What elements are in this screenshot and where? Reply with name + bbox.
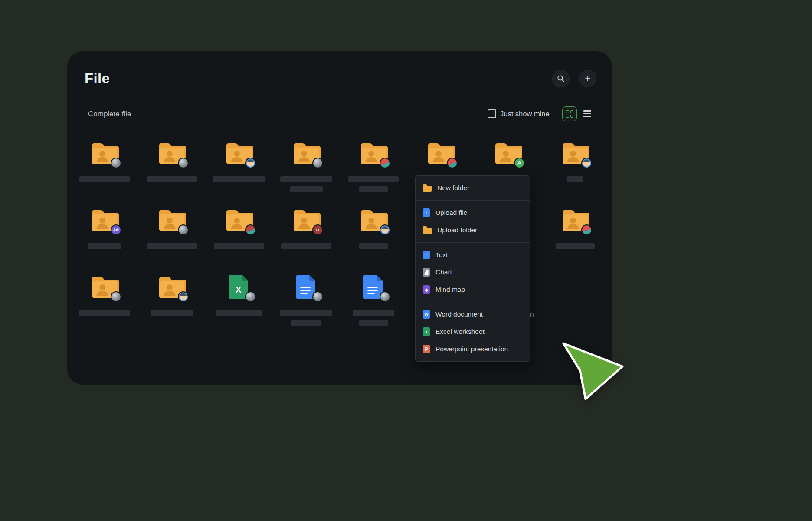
- just-show-mine-checkbox[interactable]: [488, 109, 496, 118]
- mind-map-icon: ◈: [423, 285, 430, 294]
- menu-item-upload-file[interactable]: ↑Upload file: [416, 204, 530, 221]
- name-placeholder-bar: [281, 243, 331, 249]
- add-button[interactable]: +: [579, 70, 596, 87]
- name-placeholder-bar: [348, 176, 399, 182]
- chart-doc-icon: ▟: [423, 268, 430, 277]
- name-placeholder-bar: [213, 176, 265, 182]
- folder-item[interactable]: [205, 203, 272, 270]
- search-button[interactable]: [552, 70, 570, 87]
- word-icon: W: [423, 310, 430, 319]
- svg-text:X: X: [236, 285, 242, 294]
- menu-item-word-document[interactable]: WWord document: [416, 306, 530, 323]
- upload-folder-icon: [423, 228, 432, 234]
- folder-item[interactable]: [272, 136, 340, 203]
- upload-file-icon: ↑: [423, 208, 430, 217]
- menu-item-label: Excel worksheet: [435, 328, 485, 336]
- doc-item[interactable]: [340, 270, 407, 337]
- excel-item[interactable]: X: [205, 270, 272, 337]
- folder-item[interactable]: [138, 203, 205, 270]
- avatar-badge: [447, 158, 458, 168]
- folder-item[interactable]: 志程: [71, 203, 138, 270]
- name-placeholder-bar: [280, 176, 332, 182]
- name-placeholder-bar: [214, 243, 264, 249]
- name-placeholder-bar: [353, 310, 394, 316]
- powerpoint-icon: P: [423, 345, 430, 353]
- menu-item-excel-worksheet[interactable]: xExcel worksheet: [416, 323, 530, 340]
- name-placeholder-bar: [359, 186, 388, 192]
- name-placeholder-bar: [280, 310, 332, 316]
- name-placeholder-bar: [79, 310, 130, 316]
- list-view-button[interactable]: [582, 108, 593, 119]
- name-placeholder-bar: [567, 176, 583, 182]
- folder-item[interactable]: [340, 136, 407, 203]
- folder-item[interactable]: [138, 136, 205, 203]
- avatar-badge: [581, 158, 592, 168]
- doc-file-icon: [292, 274, 321, 300]
- avatar-badge: 志程: [111, 224, 121, 235]
- search-icon: [557, 75, 565, 82]
- menu-group: WWord documentxExcel worksheetPPowerpoin…: [416, 302, 530, 361]
- avatar-badge: [380, 291, 390, 302]
- folder-icon: [561, 141, 589, 166]
- folder-item[interactable]: [71, 136, 138, 203]
- header-divider: [85, 98, 595, 98]
- menu-item-text[interactable]: ≡Text: [416, 246, 530, 264]
- avatar-badge: [178, 291, 189, 302]
- menu-item-label: Powerpoint presentation: [435, 345, 508, 353]
- name-placeholder-bar: [290, 186, 323, 192]
- folder-icon: LI: [292, 208, 321, 233]
- name-placeholder-bar: [291, 320, 321, 326]
- avatar-badge: [514, 158, 525, 168]
- avatar-badge: [178, 224, 189, 235]
- folder-icon: [292, 141, 321, 166]
- folder-icon: 志程: [90, 208, 119, 233]
- name-placeholder-bar: [147, 176, 197, 182]
- menu-item-new-folder[interactable]: New folder: [416, 179, 530, 197]
- grid-view-button[interactable]: [562, 106, 577, 121]
- name-placeholder-bar: [147, 243, 197, 249]
- folder-item[interactable]: LI: [272, 203, 340, 270]
- menu-group: New folder: [416, 176, 530, 200]
- menu-item-upload-folder[interactable]: Upload folder: [416, 221, 530, 239]
- name-placeholder-bar: [556, 243, 595, 249]
- folder-item[interactable]: [138, 270, 205, 337]
- doc-item[interactable]: [272, 270, 340, 337]
- name-placeholder-bar: [88, 243, 121, 249]
- menu-item-chart[interactable]: ▟Chart: [416, 264, 530, 281]
- just-show-mine-toggle[interactable]: Just show mine: [488, 109, 550, 118]
- excel-icon: x: [423, 327, 430, 336]
- folder-item[interactable]: [541, 136, 609, 203]
- folder-item[interactable]: [71, 270, 138, 337]
- avatar-badge: [380, 224, 390, 235]
- occluded-filename-fragment: n: [530, 310, 534, 318]
- folder-icon: [157, 141, 186, 166]
- name-placeholder-bar: [359, 243, 388, 249]
- grid-view-icon: [566, 110, 573, 118]
- just-show-mine-label: Just show mine: [500, 110, 550, 118]
- doc-file-icon: [359, 274, 388, 300]
- folder-icon: [157, 208, 186, 233]
- section-label: Complete file: [88, 110, 131, 119]
- menu-item-label: Upload file: [435, 209, 467, 217]
- menu-item-label: Word document: [435, 310, 483, 318]
- folder-icon: [225, 208, 253, 233]
- folder-icon: [494, 141, 522, 166]
- avatar-badge: [245, 224, 256, 235]
- context-menu: New folder↑Upload fileUpload folder≡Text…: [415, 175, 530, 362]
- folder-item[interactable]: [340, 203, 407, 270]
- folder-icon: [157, 274, 186, 300]
- avatar-badge: [178, 158, 189, 168]
- new-folder-icon: [423, 186, 432, 192]
- plus-icon: +: [585, 74, 590, 84]
- menu-item-mind-map[interactable]: ◈Mind map: [416, 281, 530, 298]
- avatar-badge: [111, 291, 121, 302]
- avatar-badge: [581, 224, 592, 235]
- page-title: File: [85, 70, 110, 87]
- menu-item-powerpoint-presentation[interactable]: PPowerpoint presentation: [416, 340, 530, 358]
- folder-icon: [90, 274, 119, 300]
- excel-file-icon: X: [225, 274, 253, 300]
- folder-icon: [359, 141, 388, 166]
- menu-item-label: New folder: [437, 184, 469, 192]
- folder-item[interactable]: [541, 203, 609, 270]
- folder-item[interactable]: [205, 136, 272, 203]
